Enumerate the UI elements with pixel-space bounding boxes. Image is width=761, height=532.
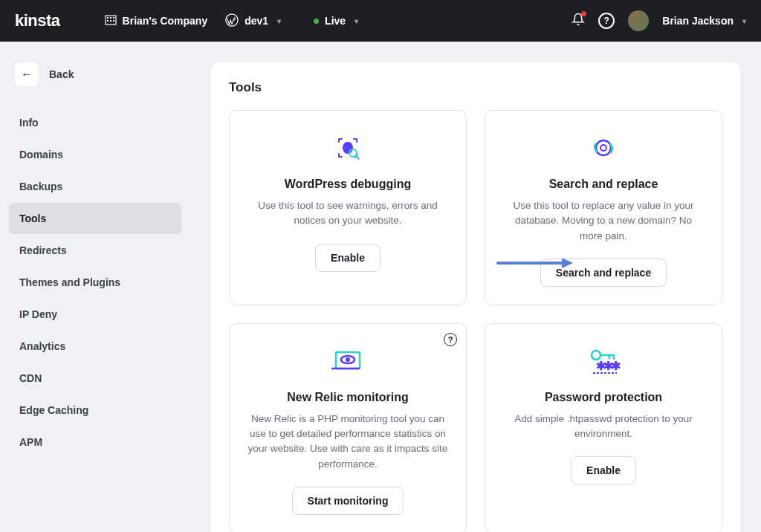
sidebar-item-analytics[interactable]: Analytics bbox=[9, 331, 181, 362]
tool-desc: New Relic is a PHP monitoring tool you c… bbox=[247, 412, 448, 472]
start-monitoring-button[interactable]: Start monitoring bbox=[292, 487, 404, 515]
chevron-down-icon: ▾ bbox=[742, 17, 746, 25]
site-label: dev1 bbox=[245, 15, 268, 27]
env-label: Live bbox=[325, 15, 346, 27]
sidebar-item-label: Themes and Plugins bbox=[19, 276, 120, 288]
svg-text:✱: ✱ bbox=[611, 360, 621, 372]
notifications-button[interactable] bbox=[571, 13, 585, 29]
chevron-down-icon: ▾ bbox=[354, 17, 358, 25]
svg-point-9 bbox=[345, 143, 347, 145]
sidebar-item-cdn[interactable]: CDN bbox=[9, 363, 181, 394]
question-icon: ? bbox=[604, 16, 609, 26]
sidebar-item-apm[interactable]: APM bbox=[9, 426, 181, 458]
sidebar-item-ip-deny[interactable]: IP Deny bbox=[9, 299, 181, 330]
question-icon: ? bbox=[448, 335, 453, 344]
svg-point-21 bbox=[592, 351, 600, 360]
sidebar-item-backups[interactable]: Backups bbox=[9, 171, 181, 202]
tool-card-search-replace: Search and replace Use this tool to repl… bbox=[485, 110, 722, 305]
tool-title: WordPress debugging bbox=[285, 178, 411, 191]
tools-grid: WordPress debugging Use this tool to see… bbox=[229, 110, 722, 532]
logo: kinsta bbox=[15, 11, 60, 30]
tool-title: New Relic monitoring bbox=[287, 391, 409, 404]
svg-rect-1 bbox=[107, 17, 109, 19]
search-replace-button[interactable]: Search and replace bbox=[540, 259, 667, 287]
sidebar-item-redirects[interactable]: Redirects bbox=[9, 235, 181, 266]
password-key-icon: ✱ ✱ ✱ bbox=[586, 345, 621, 377]
chevron-down-icon: ▾ bbox=[277, 17, 281, 25]
tool-desc: Use this tool to replace any value in yo… bbox=[503, 198, 704, 244]
environment-switcher[interactable]: Live ▾ bbox=[314, 15, 358, 27]
sidebar-item-info[interactable]: Info bbox=[9, 107, 181, 138]
enable-button[interactable]: Enable bbox=[315, 244, 380, 272]
sidebar-item-edge-caching[interactable]: Edge Caching bbox=[9, 395, 181, 426]
user-name: Brian Jackson bbox=[662, 15, 734, 27]
sidebar-item-label: Backups bbox=[19, 181, 62, 192]
back-label: Back bbox=[49, 68, 74, 80]
sidebar-item-label: IP Deny bbox=[19, 308, 57, 320]
bell-icon bbox=[571, 16, 585, 28]
svg-point-20 bbox=[346, 357, 350, 362]
svg-rect-4 bbox=[107, 20, 109, 22]
sidebar: ← Back Info Domains Backups Tools Redire… bbox=[0, 42, 190, 532]
sidebar-item-label: Edge Caching bbox=[19, 404, 88, 416]
avatar bbox=[628, 10, 649, 31]
sidebar-item-label: CDN bbox=[19, 372, 42, 384]
search-replace-icon bbox=[586, 132, 621, 164]
svg-point-10 bbox=[349, 143, 352, 145]
monitor-eye-icon bbox=[331, 345, 364, 377]
page-card: Tools WordPress debugging bbox=[211, 62, 740, 532]
tool-title: Search and replace bbox=[549, 178, 658, 191]
tool-title: Password protection bbox=[545, 391, 662, 404]
svg-point-8 bbox=[343, 142, 353, 154]
sidebar-item-label: Analytics bbox=[19, 340, 65, 352]
sidebar-item-label: Domains bbox=[19, 149, 63, 160]
enable-button[interactable]: Enable bbox=[571, 456, 636, 484]
sidebar-item-themes-plugins[interactable]: Themes and Plugins bbox=[9, 267, 181, 298]
back-button[interactable]: ← Back bbox=[9, 59, 181, 89]
sidebar-item-label: Info bbox=[19, 117, 39, 129]
top-header: kinsta Brian's Company dev1 ▾ Live ▾ ? B… bbox=[0, 0, 761, 42]
wordpress-icon bbox=[225, 13, 239, 29]
sidebar-item-label: Redirects bbox=[19, 244, 67, 256]
tool-card-password-protection: ✱ ✱ ✱ Password protection Add simple .ht… bbox=[485, 323, 722, 532]
svg-rect-5 bbox=[110, 20, 111, 22]
page-title: Tools bbox=[229, 80, 722, 95]
sidebar-item-label: APM bbox=[19, 436, 42, 448]
svg-rect-2 bbox=[110, 17, 111, 19]
site-switcher[interactable]: dev1 ▾ bbox=[225, 13, 281, 29]
tool-desc: Use this tool to see warnings, errors an… bbox=[247, 198, 448, 229]
company-label: Brian's Company bbox=[123, 15, 208, 27]
main-content: Tools WordPress debugging bbox=[190, 42, 761, 532]
tool-card-wordpress-debugging: WordPress debugging Use this tool to see… bbox=[229, 110, 467, 305]
bug-icon bbox=[333, 132, 363, 164]
card-help-button[interactable]: ? bbox=[444, 333, 457, 346]
svg-point-13 bbox=[596, 140, 611, 155]
svg-rect-3 bbox=[113, 17, 114, 19]
arrow-left-icon: ← bbox=[15, 62, 39, 86]
company-switcher[interactable]: Brian's Company bbox=[105, 14, 208, 28]
tool-card-new-relic: ? New Relic monitoring New Relic is a PH… bbox=[229, 323, 467, 532]
svg-point-14 bbox=[600, 145, 606, 151]
tool-desc: Add simple .htpasswd protection to your … bbox=[503, 412, 704, 442]
nav-list: Info Domains Backups Tools Redirects The… bbox=[9, 107, 181, 458]
notification-badge bbox=[581, 11, 586, 16]
help-button[interactable]: ? bbox=[598, 13, 615, 29]
sidebar-item-label: Tools bbox=[19, 213, 46, 224]
svg-rect-6 bbox=[113, 20, 114, 22]
svg-line-12 bbox=[356, 156, 359, 159]
status-dot-icon bbox=[314, 19, 319, 24]
company-icon bbox=[105, 14, 117, 28]
sidebar-item-domains[interactable]: Domains bbox=[9, 139, 181, 170]
logo-text: kinsta bbox=[15, 11, 60, 30]
sidebar-item-tools[interactable]: Tools bbox=[9, 203, 181, 234]
user-menu[interactable]: Brian Jackson ▾ bbox=[628, 10, 746, 31]
